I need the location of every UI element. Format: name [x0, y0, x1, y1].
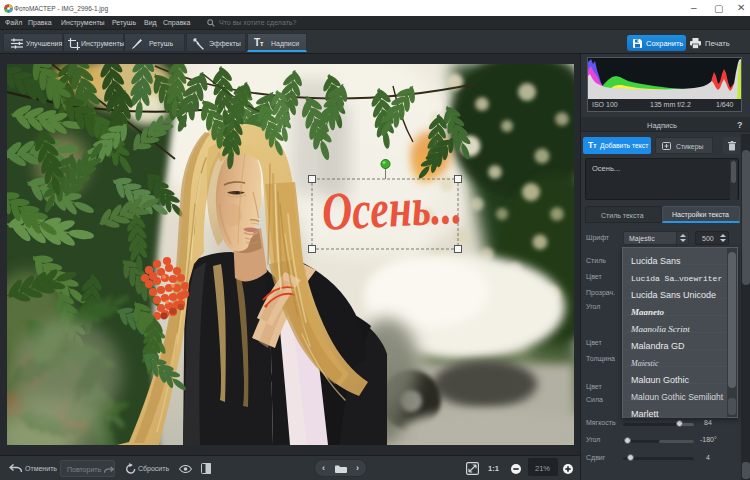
svg-text:Осень...: Осень...	[320, 175, 463, 242]
